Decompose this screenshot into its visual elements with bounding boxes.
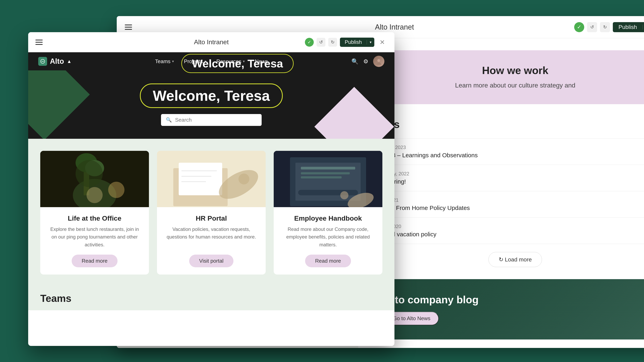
close-button-front[interactable]: ✕ [377,37,387,47]
nav-logo: Alto ▲ [38,57,72,66]
check-status-icon: ✓ [574,22,584,32]
card-desc-handbook: Read more about our Company code, employ… [282,225,374,249]
svg-point-27 [340,191,348,200]
blog-card-title: Alto company blog [384,294,644,306]
hero-search-icon: 🔍 [166,117,172,123]
intranet-hero: Welcome, Teresa 🔍 [28,70,394,139]
blog-card: Alto company blog Go to Alto News [372,279,644,340]
nav-settings-icon[interactable]: ⚙ [363,58,368,65]
redo-button[interactable]: ↻ [600,22,610,32]
front-publish-dropdown-arrow[interactable]: ▾ [367,40,374,44]
front-window: Alto Intranet ✓ ↺ ↻ Publish ▾ ✕ Alt [28,32,394,346]
back-titlebar-left [125,24,132,30]
nav-search-icon[interactable]: 🔍 [352,58,358,65]
card-desc-office: Explore the best lunch restaurants, join… [48,225,141,249]
undo-button[interactable]: ↺ [587,22,597,32]
hero-welcome-text: Welcome, Teresa [140,83,283,108]
front-undo-button[interactable]: ↺ [316,38,326,47]
news-section: News 27 March, 2023 Q1 2023 – Learnings … [372,118,644,267]
svg-rect-13 [179,163,222,195]
svg-rect-22 [298,190,358,195]
publish-button-front[interactable]: Publish ▾ [340,38,374,47]
front-titlebar: Alto Intranet ✓ ↺ ↻ Publish ▾ ✕ [28,32,394,52]
card-title-handbook: Employee Handbook [294,214,362,222]
news-item-2[interactable]: 28 January, 2022 We're hiring! › [372,165,644,191]
hero-bg-shape-right [314,87,394,139]
hero-content: Welcome, Teresa 🔍 [140,83,283,126]
hero-search-bar: 🔍 [161,114,262,126]
front-titlebar-right: ✓ ↺ ↻ Publish ▾ ✕ [305,37,387,47]
card-btn-handbook[interactable]: Read more [305,255,351,267]
nav-logo-icon [38,57,47,66]
load-more-button[interactable]: ↻ Load more [488,252,542,267]
back-titlebar-right: ✓ ↺ ↻ Publish ▾ ✕ [574,22,644,32]
news-item-3[interactable]: 5 May, 2021 Working From Home Policy Upd… [372,191,644,218]
nav-actions: 🔍 ⚙ [352,56,384,67]
svg-point-10 [108,182,124,198]
card-image-handbook [274,151,382,207]
publish-dropdown-arrow[interactable]: ▾ [642,25,644,29]
front-hamburger-icon[interactable] [36,40,43,45]
card-title-office: Life at the Office [68,214,121,222]
card-handbook: Employee Handbook Read more about our Co… [274,151,382,275]
alt-hero-text: Welcome, Teresa [181,54,294,73]
hamburger-menu-icon[interactable] [125,24,132,30]
news-item-4[interactable]: 27 May, 2020 Updated vacation policy › [372,218,644,244]
svg-point-18 [238,174,249,184]
hero-bg-shape-left [28,70,90,139]
hero-search-input[interactable] [175,117,257,123]
card-life-at-office: Life at the Office Explore the best lunc… [40,151,149,275]
front-window-title: Alto Intranet [194,38,229,46]
blog-card-overlay: Alto company blog Go to Alto News [372,279,644,340]
svg-point-3 [376,62,381,65]
back-window-title: Alto Intranet [375,23,414,31]
card-btn-office[interactable]: Read more [72,255,118,267]
news-item-1[interactable]: 27 March, 2023 Q1 2023 – Learnings and O… [372,138,644,165]
svg-rect-25 [301,176,342,179]
back-right-panel: How we work Learn more about our culture… [358,38,644,348]
card-title-hr: HR Portal [196,214,227,222]
card-image-office [40,151,149,207]
nav-link-teams[interactable]: Teams ▾ [155,58,174,64]
card-hr-portal: HR Portal Vacation policies, vacation re… [157,151,266,275]
teams-dropdown-icon: ▾ [172,59,174,63]
how-we-work-subtext: Learn more about our culture strategy an… [384,80,644,90]
intranet-body: Alto ▲ Teams ▾ Projects ▾ Resources ▾ Ne… [28,52,394,346]
svg-point-2 [377,59,380,62]
card-body-hr: HR Portal Vacation policies, vacation re… [157,207,266,275]
nav-avatar[interactable] [373,56,384,67]
how-we-work-heading: How we work [384,64,644,76]
nav-logo-text: Alto [50,57,64,65]
news-section-title: News [372,118,644,130]
front-check-status-icon: ✓ [305,38,314,47]
card-body-handbook: Employee Handbook Read more about our Co… [274,207,382,275]
front-titlebar-left [36,40,43,45]
card-image-hr [157,151,266,207]
card-body-office: Life at the Office Explore the best lunc… [40,207,149,275]
teams-section: Teams [28,287,394,310]
card-btn-hr[interactable]: Visit portal [189,255,234,267]
publish-button-back[interactable]: Publish ▾ [613,22,644,32]
nav-logo-triangle: ▲ [67,58,72,64]
svg-point-9 [76,160,103,187]
svg-rect-23 [301,167,355,170]
card-desc-hr: Vacation policies, vacation requests, qu… [165,225,258,249]
svg-rect-24 [301,172,350,174]
how-we-work-card: How we work Learn more about our culture… [372,50,644,104]
teams-title: Teams [40,293,382,304]
cards-section: Life at the Office Explore the best lunc… [28,139,394,287]
front-redo-button[interactable]: ↻ [328,38,337,47]
